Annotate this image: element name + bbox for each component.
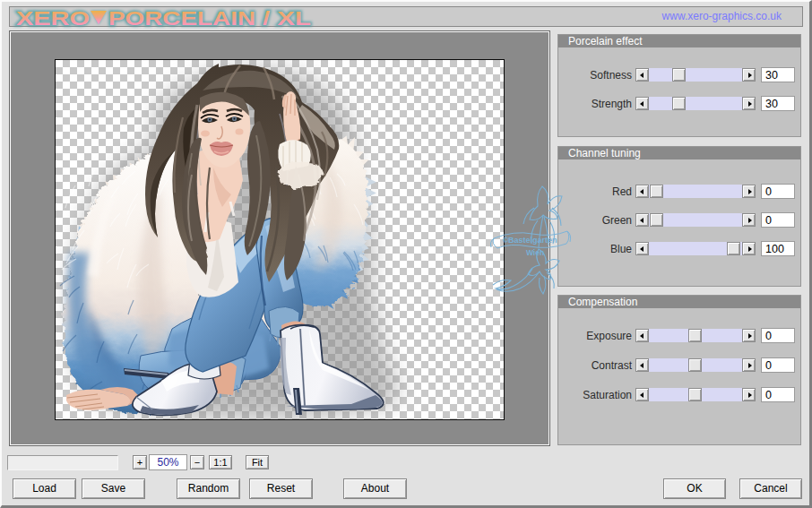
svg-text:PORCELAIN: PORCELAIN: [108, 7, 255, 30]
svg-text:XERO: XERO: [16, 7, 90, 30]
svg-text:©Bastelgarten: ©Bastelgarten: [502, 236, 557, 245]
svg-text:/ XL: / XL: [263, 7, 311, 30]
svg-text:Wien: Wien: [526, 248, 544, 257]
